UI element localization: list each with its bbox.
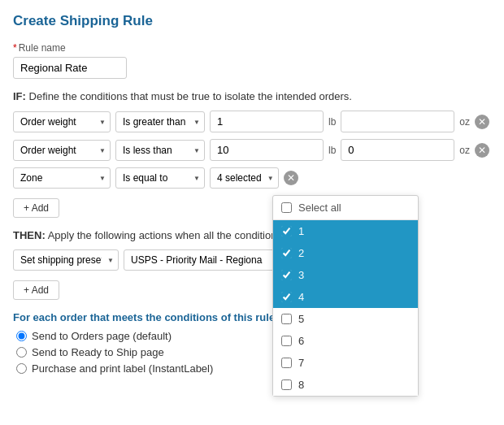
dropdown-item-7[interactable]: 7 <box>273 352 418 374</box>
dropdown-item-label-3: 3 <box>298 269 304 281</box>
zone-operator-wrapper: Is equal to <box>115 167 205 189</box>
dropdown-item-label-6: 6 <box>298 335 304 347</box>
select-all-checkbox[interactable] <box>281 202 292 213</box>
dropdown-checkbox-5[interactable] <box>281 314 292 324</box>
dropdown-item-4[interactable]: 4 <box>273 286 418 308</box>
dropdown-checkbox-4[interactable] <box>281 292 292 302</box>
add-condition-wrapper: + Add <box>13 195 491 218</box>
radio-label-3: Purchase and print label (InstantLabel) <box>32 362 213 375</box>
dropdown-item-8[interactable]: 8 <box>273 374 418 396</box>
add-action-wrapper: + Add <box>13 277 491 300</box>
action-value-wrapper: USPS - Priority Mail - Regiona <box>124 249 286 271</box>
zone-selected-btn-wrapper[interactable]: 4 selected <box>210 167 279 189</box>
radio-input-1[interactable] <box>16 331 27 341</box>
action-type-select[interactable]: Set shipping preset <box>13 249 119 271</box>
dropdown-item-label-2: 2 <box>298 247 304 259</box>
dropdown-item-2[interactable]: 2 <box>273 242 418 264</box>
rule-name-group: *Rule name <box>13 42 491 79</box>
condition-row-2: Order weight Is less than lb oz ✕ <box>13 139 491 161</box>
condition-2-remove-btn[interactable]: ✕ <box>475 143 489 158</box>
action-type-wrapper: Set shipping preset <box>13 249 119 271</box>
radio-option-1[interactable]: Send to Orders page (default) <box>16 330 491 342</box>
radio-group: Send to Orders page (default) Send to Re… <box>13 330 491 375</box>
radio-input-2[interactable] <box>16 347 27 358</box>
condition-1-value-oz[interactable] <box>341 111 454 132</box>
zone-clear-btn[interactable]: ✕ <box>284 171 298 185</box>
zone-selected-btn[interactable]: 4 selected <box>210 167 279 189</box>
dropdown-checkbox-7[interactable] <box>281 358 292 368</box>
radio-label-1: Send to Orders page (default) <box>32 330 172 342</box>
zone-condition-row: Zone Is equal to 4 selected ✕ <box>13 167 491 189</box>
for-each-section: For each order that meets the conditions… <box>13 311 491 375</box>
condition-1-value-lb[interactable] <box>210 111 324 132</box>
condition-2-value-oz[interactable] <box>341 139 454 161</box>
action-value-select[interactable]: USPS - Priority Mail - Regiona <box>124 249 286 271</box>
if-section-label: IF: Define the conditions that must be t… <box>13 90 491 102</box>
condition-2-operator-wrapper: Is less than <box>115 140 205 161</box>
dropdown-item-label-8: 8 <box>298 379 304 391</box>
dropdown-item-label-5: 5 <box>298 313 304 325</box>
dropdown-item-label-1: 1 <box>298 225 304 237</box>
radio-option-3[interactable]: Purchase and print label (InstantLabel) <box>16 362 491 375</box>
condition-1-remove-btn[interactable]: ✕ <box>475 115 489 129</box>
dropdown-checkbox-1[interactable] <box>281 226 292 236</box>
condition-2-field-wrapper: Order weight <box>13 140 111 161</box>
zone-field-select[interactable]: Zone <box>13 167 111 189</box>
dropdown-item-5[interactable]: 5 <box>273 308 418 330</box>
rule-name-label: *Rule name <box>13 42 491 54</box>
condition-2-unit-oz: oz <box>459 145 470 156</box>
rule-name-input[interactable] <box>13 57 127 79</box>
zone-field-wrapper: Zone <box>13 167 111 189</box>
then-section-label: THEN: Apply the following actions when a… <box>13 229 491 241</box>
radio-input-3[interactable] <box>16 363 27 374</box>
select-all-label: Select all <box>298 202 341 214</box>
condition-1-operator-wrapper: Is greater than <box>115 111 205 132</box>
zone-operator-select[interactable]: Is equal to <box>115 167 205 189</box>
add-condition-btn[interactable]: + Add <box>13 198 59 218</box>
dropdown-checkbox-2[interactable] <box>281 248 292 258</box>
radio-label-2: Send to Ready to Ship page <box>32 346 164 358</box>
condition-row-1: Order weight Is greater than lb oz ✕ <box>13 111 491 132</box>
condition-2-operator-select[interactable]: Is less than <box>115 140 205 161</box>
for-each-label: For each order that meets the conditions… <box>13 311 491 323</box>
dropdown-checkbox-8[interactable] <box>281 379 292 390</box>
page-title: Create Shipping Rule <box>13 13 491 29</box>
select-all-row[interactable]: Select all <box>273 196 418 220</box>
radio-option-2[interactable]: Send to Ready to Ship page <box>16 346 491 358</box>
then-section: THEN: Apply the following actions when a… <box>13 229 491 300</box>
dropdown-checkbox-3[interactable] <box>281 270 292 280</box>
condition-1-field-wrapper: Order weight <box>13 111 111 132</box>
required-star: * <box>13 42 17 54</box>
condition-1-operator-select[interactable]: Is greater than <box>115 111 205 132</box>
dropdown-item-3[interactable]: 3 <box>273 264 418 286</box>
dropdown-item-6[interactable]: 6 <box>273 330 418 352</box>
condition-2-value-lb[interactable] <box>210 139 324 161</box>
condition-1-unit-oz: oz <box>459 116 470 128</box>
condition-1-unit-lb: lb <box>328 116 336 128</box>
dropdown-item-label-7: 7 <box>298 357 304 369</box>
action-row-1: Set shipping preset USPS - Priority Mail… <box>13 249 491 271</box>
condition-2-field-select[interactable]: Order weight <box>13 140 111 161</box>
zone-dropdown-overlay: Select all 1 2 3 4 5 6 7 8 <box>272 195 419 397</box>
dropdown-checkbox-6[interactable] <box>281 336 292 346</box>
dropdown-item-1[interactable]: 1 <box>273 220 418 242</box>
add-action-btn[interactable]: + Add <box>13 280 59 300</box>
condition-2-unit-lb: lb <box>328 145 336 156</box>
dropdown-item-label-4: 4 <box>298 291 304 303</box>
condition-1-field-select[interactable]: Order weight <box>13 111 111 132</box>
